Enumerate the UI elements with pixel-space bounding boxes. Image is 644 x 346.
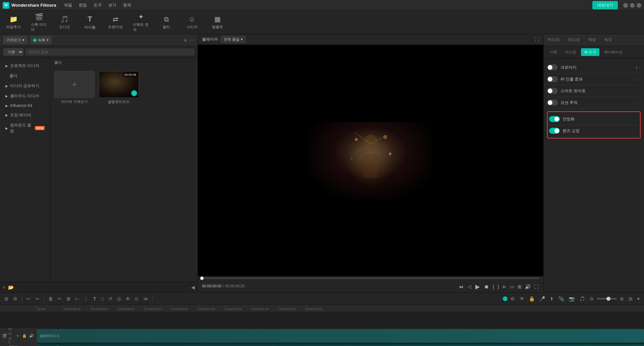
mark-in-button[interactable]: { [492,283,495,290]
motion-track-expand-icon[interactable]: › [639,100,641,105]
tl-mic-button[interactable]: 🎤 [538,295,547,303]
mark-out-button[interactable]: } [497,283,500,290]
menu-edit[interactable]: 편집 [76,1,90,9]
tl-gear-button[interactable]: ⚙ [509,295,517,303]
lens-correct-toggle[interactable] [549,128,560,134]
tool-stock-media[interactable]: 🎬 스톡 미디어 [30,11,48,34]
panel-collapse-icon[interactable]: ◀ [191,285,195,290]
menu-misc[interactable]: 운의 [120,1,134,9]
video-track-eye-button[interactable]: 👁 [15,333,20,339]
minimize-button[interactable] [623,3,628,8]
close-button[interactable] [637,3,641,8]
tl-more2-button[interactable]: ▾ [636,295,641,303]
panel-add-icon[interactable]: + [3,285,5,290]
ai-portrait-toggle[interactable] [547,76,558,82]
tl-minus-button[interactable]: ⊖ [588,295,595,303]
tl-undo-button[interactable]: ↩ [25,295,32,303]
motion-track-toggle[interactable] [547,100,558,106]
tl-audio-track-button[interactable]: 🎵 [578,295,587,303]
settings-button[interactable]: ⛶ [533,283,539,290]
menu-view[interactable]: 보기 [106,1,119,9]
maximize-button[interactable] [630,3,635,8]
tool-filter[interactable]: ⧉ 필터 [157,14,176,31]
menu-tools[interactable]: 도구 [91,1,104,9]
tl-clip-button[interactable]: 📎 [557,295,566,303]
tab-speed[interactable]: 속도 [600,34,616,46]
sidebar-item-adjustment[interactable]: ▶ 조정 레이어 [1,110,49,120]
tl-delete-button[interactable]: 🗑 [47,295,55,303]
smart-cutout-toggle[interactable] [547,88,558,94]
tl-add-track-button[interactable]: ⊞ [3,295,10,303]
view-dropdown[interactable]: 기본 [3,48,23,56]
tl-eye-button[interactable]: 👁 [518,295,526,303]
tool-file-add[interactable]: 📁 파일추가 [4,14,23,31]
tab-color[interactable]: 색상 [584,34,600,46]
sidebar-item-shared-media[interactable]: ▶ 미디어 공유하기 [1,81,49,91]
tool-audio[interactable]: 🎵 오디오 [55,14,74,31]
video-track-lock-button[interactable]: 🔒 [21,333,28,339]
tl-rotate-button[interactable]: ↺ [107,295,114,303]
snap-button[interactable]: ⊞ [517,283,522,290]
sidebar-item-compound-clip[interactable]: ▶ 컴파운드 클립 NEW [1,120,49,136]
tab-audio[interactable]: 오디오 [564,34,584,46]
record-dropdown[interactable]: 녹화 ▾ [30,36,52,44]
import-dropdown[interactable]: 가져오기 ▾ [3,36,28,44]
step-back-button[interactable]: ◁ [467,283,472,290]
volume-button[interactable]: 🔊 [524,283,531,290]
chroma-key-expand-icon[interactable]: › [639,65,641,70]
fullscreen-icon[interactable]: ⛶ [535,37,539,42]
audio-track-clip[interactable] [37,344,644,346]
tl-plus-button[interactable]: ⊕ [618,295,626,303]
media-item-video1[interactable]: 00:00:08 ✓ 설탕유리드드 [99,71,139,278]
tl-settings-button[interactable]: ⚙ [11,295,19,303]
sidebar-item-cloud-media[interactable]: ▶ 클라우드 미디어 [1,91,49,101]
sidebar-item-influence-kit[interactable]: ▶ Influence Kit [1,101,49,110]
insert-button[interactable]: ⊳ [502,283,507,290]
progress-bar[interactable] [202,278,539,279]
smart-cutout-expand-icon[interactable]: › [639,89,641,93]
tl-more-button[interactable]: ≫ [142,295,150,303]
sidebar-item-project-media[interactable]: ▶ 프로젝트 미디어 [1,61,49,71]
prev-frame-button[interactable]: ⏮ [458,283,464,290]
tl-trim-button[interactable]: ⊢ [73,295,81,303]
tl-grid-button[interactable]: ⊞ [627,295,634,303]
subtab-masking[interactable]: 마스킹 [562,48,580,56]
video-track-clip[interactable]: 설탕유리드드 [37,329,644,343]
panel-folder-icon[interactable]: 📂 [8,285,14,290]
tl-ripple-button[interactable]: ⊙ [133,295,140,303]
search-input[interactable] [25,49,194,55]
tl-redo-button[interactable]: ↪ [34,295,41,303]
sidebar-item-folder[interactable]: 폴더 [1,71,49,81]
stabilize-toggle[interactable] [549,116,560,122]
quality-dropdown[interactable]: 전체 품질 ▾ [221,36,246,43]
export-button[interactable]: 내보내기 [592,1,618,9]
tl-cut-button[interactable]: ✂ [56,295,63,303]
filter-icon[interactable]: ≡ [184,38,187,43]
video-track-vol-button[interactable]: 🔊 [29,333,35,339]
stop-button[interactable]: ⏹ [483,283,489,290]
layout-button[interactable]: ▭ [509,283,515,290]
tab-video[interactable]: 비디오 [544,34,564,46]
tl-screenshot-button[interactable]: 📷 [567,295,576,303]
chroma-key-info-icon[interactable]: ℹ [636,65,637,70]
chroma-key-toggle[interactable] [547,64,558,70]
tl-crop-button[interactable]: ⊠ [65,295,72,303]
tool-transitions[interactable]: ⇄ 트랜지션 [106,14,125,31]
tl-speed-button[interactable]: ◎ [115,295,123,303]
ai-portrait-expand-icon[interactable]: › [639,77,641,81]
tl-import-button[interactable]: ⬆ [548,295,555,303]
tool-sticker[interactable]: ☺ 스티커 [182,14,201,31]
play-button[interactable]: ▶ [475,282,481,291]
zoom-slider[interactable] [597,298,617,299]
subtab-basic[interactable]: 기본 [546,48,560,56]
tool-titles[interactable]: T 타이틀 [80,13,99,31]
tool-template[interactable]: ▦ 템플릿 [208,14,227,31]
tool-effects[interactable]: ✦ 이펙트 효과 [131,11,150,34]
menu-file[interactable]: 파일 [61,1,75,9]
tl-text-button[interactable]: T [92,295,98,303]
more-icon[interactable]: ⋯ [190,38,194,43]
subtab-ai-tools[interactable]: AI 도구 [581,48,599,56]
subtab-animation[interactable]: 애니메이션 [601,48,626,56]
tl-split-button[interactable]: ⋮ [82,295,90,303]
tl-freeze-button[interactable]: ❄ [124,295,131,303]
